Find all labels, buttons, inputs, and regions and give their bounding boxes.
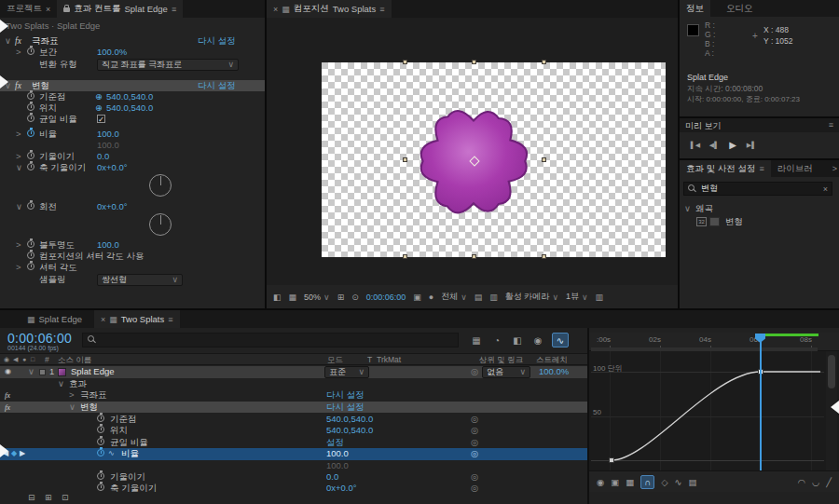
prop-row-skew-axis[interactable]: ∨ 축 기울이기 0x+0.0° <box>0 162 265 173</box>
value-skew-axis[interactable]: 0x+0.0° <box>97 162 128 173</box>
frame-blending-icon[interactable]: ◧ <box>509 333 526 347</box>
value-skew-axis[interactable]: 0x+0.0° <box>326 483 357 494</box>
pick-whip-icon[interactable]: ◎ <box>471 471 478 483</box>
graph-include-icon[interactable]: ∿ <box>108 448 115 459</box>
prop-row-interpolation[interactable]: > 보간 100.0% <box>0 47 265 58</box>
current-time-display[interactable]: 0:00:06:00 <box>366 293 406 302</box>
composition-frame[interactable] <box>322 62 666 257</box>
effect-row-polar[interactable]: fx > 극좌표 다시 설정 <box>0 389 587 401</box>
reset-link[interactable]: 다시 설정 <box>198 80 236 91</box>
playhead-line[interactable] <box>760 341 762 470</box>
value-opacity[interactable]: 100.0 <box>97 239 119 251</box>
twirl-closed-icon[interactable]: > <box>16 262 21 273</box>
lock-icon[interactable] <box>63 7 70 12</box>
split-view-icon[interactable]: ◧ <box>273 293 282 302</box>
prop-row-conversion-type[interactable]: 변환 유형 직교 좌표를 극좌표로 ∨ <box>0 59 265 73</box>
search-input-value[interactable]: 변형 <box>701 183 819 195</box>
value-anchor[interactable]: 540.0,540.0 <box>326 414 373 425</box>
magnification-dropdown[interactable]: 50% ∨ <box>304 293 330 302</box>
twirl-open-icon[interactable]: ∨ <box>28 366 34 377</box>
prop-row-rotation[interactable]: ∨ 회전 0x+0.0° <box>0 201 265 212</box>
uniform-scale-checkbox[interactable]: ✓ <box>97 115 105 123</box>
category-row-distort[interactable]: ∨ 왜곡 <box>680 203 839 214</box>
channel-icon[interactable]: ● <box>429 293 433 302</box>
stopwatch-icon[interactable] <box>27 152 34 159</box>
region-of-interest-icon[interactable]: ▤ <box>475 293 483 302</box>
fit-selection-icon[interactable]: ∿ <box>675 477 682 487</box>
next-frame-button[interactable]: ▶▌ <box>743 137 760 153</box>
selection-handle[interactable] <box>472 60 476 64</box>
pick-whip-icon[interactable]: ◎ <box>471 437 478 448</box>
previous-frame-button[interactable]: ◀▌ <box>706 137 722 153</box>
resolution-dropdown[interactable]: 전체 ∨ <box>441 291 467 303</box>
selection-handle[interactable] <box>403 157 407 162</box>
effect-item-transform[interactable]: 32 변형 <box>680 216 839 227</box>
transparency-grid-icon[interactable]: ▥ <box>489 293 498 302</box>
stopwatch-icon[interactable] <box>97 426 104 433</box>
stopwatch-icon[interactable] <box>27 48 34 55</box>
tab-effects-presets[interactable]: 효과 및 사전 설정 ≡ <box>680 160 771 177</box>
motion-blur-icon[interactable]: ◉ <box>530 333 546 347</box>
panel-menu-icon[interactable]: ≡ <box>172 5 176 14</box>
prop-row-scale[interactable]: > 비율 100.0 <box>0 129 265 140</box>
twirl-closed-icon[interactable]: > <box>16 151 21 162</box>
value-scale[interactable]: 100.0 <box>97 129 119 140</box>
stopwatch-icon[interactable] <box>27 92 34 100</box>
tl-prop-row-scale-selected[interactable]: ◀ ◆ ▶ ∿ 비율 100.0 ◎ <box>0 448 587 460</box>
tab-composition[interactable]: × ▦ 컴포지션 Two Splats ≡ <box>267 0 392 18</box>
camera-dropdown[interactable]: 활성 카메라 ∨ <box>505 291 558 303</box>
graph-editor-area[interactable]: 100 단위 50 <box>589 351 839 470</box>
stopwatch-icon[interactable] <box>27 163 34 170</box>
tab-effect-controls[interactable]: 효과 컨트롤 Splat Edge ≡ <box>57 0 183 18</box>
pick-whip-icon[interactable]: ◎ <box>471 448 478 459</box>
prop-row-use-comp-shutter[interactable]: 컴포지션의 셔터 각도 사용 <box>0 251 265 262</box>
twirl-closed-icon[interactable]: > <box>16 129 21 140</box>
stopwatch-icon[interactable] <box>97 438 104 445</box>
panel-menu-icon[interactable]: ≡ <box>168 315 172 324</box>
selection-handle[interactable] <box>403 254 407 259</box>
fx-badge-icon[interactable]: fx <box>5 389 10 401</box>
pick-whip-icon[interactable]: ◎ <box>471 414 478 425</box>
selection-handle[interactable] <box>472 254 476 259</box>
reset-link[interactable]: 다시 설정 <box>326 402 364 413</box>
stopwatch-icon[interactable] <box>27 115 34 122</box>
value-position[interactable]: 540.0,540.0 <box>326 425 373 436</box>
keyframe-next-icon[interactable]: ▶ <box>20 448 25 459</box>
layer-name[interactable]: Splat Edge <box>71 366 114 377</box>
fit-all-graphs-icon[interactable]: ▤ <box>689 477 697 487</box>
rotation-dial[interactable] <box>149 213 172 236</box>
layer-row-splat-edge[interactable]: ◉ ∨ 1 Splat Edge 표준 ∨ ◎ 없음 ∨ 100.0% <box>0 366 587 378</box>
prop-row-shutter-angle[interactable]: > 셔터 각도 <box>0 262 265 273</box>
stopwatch-active-icon[interactable] <box>97 449 104 456</box>
snap-magnet-icon[interactable]: ∩ <box>640 475 654 489</box>
graph-type-options-icon[interactable]: ◉ <box>597 477 604 487</box>
expand-in-out-icon[interactable]: ⊡ <box>62 493 69 502</box>
twirl-open-icon[interactable]: ∨ <box>5 35 11 47</box>
selection-handle[interactable] <box>403 60 407 64</box>
stopwatch-icon[interactable] <box>97 472 104 480</box>
pick-whip-icon[interactable]: ◎ <box>471 483 478 494</box>
stopwatch-icon[interactable] <box>97 415 104 422</box>
first-frame-button[interactable]: ▌◀ <box>687 137 704 153</box>
stopwatch-active-icon[interactable] <box>27 129 34 137</box>
blend-mode-dropdown[interactable]: 표준 ∨ <box>324 366 369 378</box>
value-skew[interactable]: 0.0 <box>326 471 338 483</box>
selection-handle[interactable] <box>542 60 546 64</box>
value-position[interactable]: 540.0,540.0 <box>106 102 153 114</box>
expand-transfer-controls-icon[interactable]: ⊞ <box>45 493 52 502</box>
keyframe-diamond-icon[interactable]: ◆ <box>11 448 17 459</box>
value-rotation[interactable]: 0x+0.0° <box>97 201 128 212</box>
expand-layer-switches-icon[interactable]: ⊟ <box>28 493 35 502</box>
clear-search-icon[interactable]: × <box>823 184 828 194</box>
twirl-open-icon[interactable]: ∨ <box>16 201 22 212</box>
effect-group-transform[interactable]: ∨ fx 변형 다시 설정 <box>0 80 265 91</box>
composition-viewer[interactable] <box>267 18 678 285</box>
effects-group-row[interactable]: ∨ 효과 <box>0 378 587 389</box>
stopwatch-icon[interactable] <box>27 240 34 248</box>
effect-group-polar[interactable]: ∨ fx 극좌표 다시 설정 <box>0 35 265 47</box>
tab-audio[interactable]: 오디오 <box>720 0 760 17</box>
effects-search-field[interactable]: 변형 × <box>683 182 832 196</box>
skew-axis-dial[interactable] <box>149 174 172 197</box>
scrollbar-thumb[interactable] <box>828 355 835 388</box>
conversion-type-dropdown[interactable]: 직교 좌표를 극좌표로 ∨ <box>97 59 239 71</box>
